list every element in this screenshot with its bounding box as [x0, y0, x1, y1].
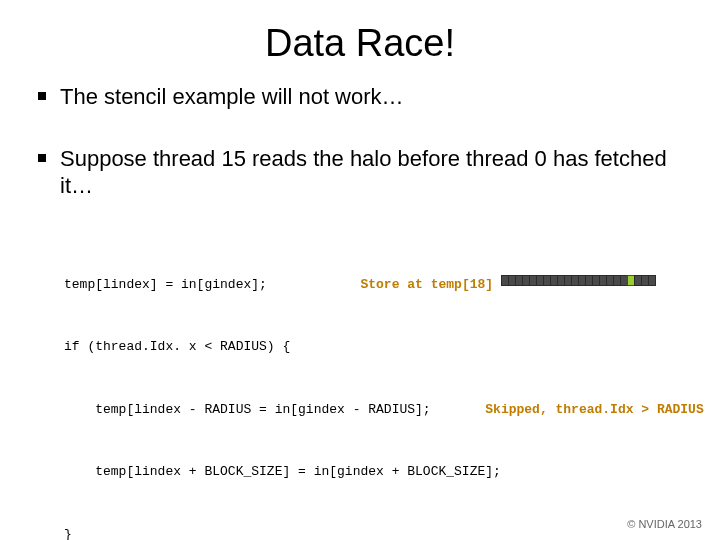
- spacer: [493, 275, 501, 296]
- annotation-store: Store at temp[18]: [360, 275, 493, 296]
- code-line-4: temp[lindex + BLOCK_SIZE] = in[gindex + …: [64, 462, 688, 483]
- slide-body: The stencil example will not work… Suppo…: [0, 65, 720, 540]
- code-line-2: if (thread.Idx. x < RADIUS) {: [64, 337, 688, 358]
- slide-title: Data Race!: [0, 0, 720, 65]
- code-line-3: temp[lindex - RADIUS = in[gindex - RADIU…: [64, 400, 431, 421]
- bullet-2: Suppose thread 15 reads the halo before …: [38, 145, 688, 200]
- code-block: temp[lindex] = in[gindex]; Store at temp…: [64, 234, 688, 541]
- bullet-1: The stencil example will not work…: [38, 83, 688, 111]
- code-line-5: }: [64, 525, 688, 540]
- code-line-1: temp[lindex] = in[gindex];: [64, 275, 267, 296]
- spacer: [431, 400, 486, 421]
- annotation-skipped: Skipped, thread.Idx > RADIUS: [485, 400, 703, 421]
- memory-cell: [648, 275, 656, 286]
- copyright-text: © NVIDIA 2013: [627, 518, 702, 530]
- spacer: [267, 275, 361, 296]
- memory-strip-1: [501, 275, 655, 296]
